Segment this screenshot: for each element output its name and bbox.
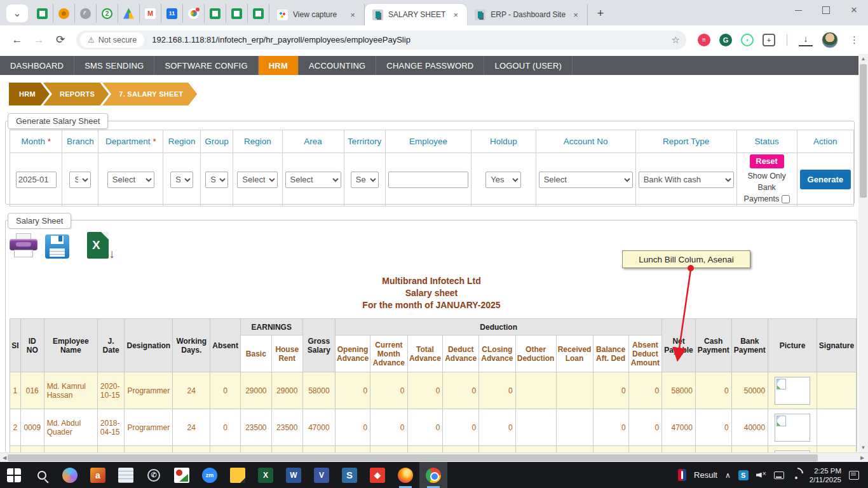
taskbar-avro-icon[interactable] — [84, 462, 112, 488]
pinned-tab-orange-app[interactable] — [53, 4, 75, 23]
taskbar-start-icon[interactable] — [0, 462, 28, 488]
taskbar-word-icon[interactable] — [280, 462, 308, 488]
scroll-right-arrow[interactable]: ▶ — [858, 453, 867, 462]
browser-tab-1[interactable]: SALARY SHEET — [365, 4, 467, 25]
account-no-select[interactable]: Select — [539, 172, 633, 188]
taskbar-visio-icon[interactable] — [308, 462, 336, 488]
pinned-tab-drive[interactable] — [118, 4, 140, 23]
terrirtory-select[interactable]: Select — [351, 172, 379, 188]
vertical-scrollbar[interactable]: ▲ ▼ — [858, 54, 868, 452]
taskbar-firefox-icon[interactable] — [391, 462, 419, 488]
gmail-icon — [145, 8, 156, 19]
volume-muted-icon[interactable] — [756, 471, 766, 480]
extension-icon-green[interactable] — [741, 34, 754, 46]
taskbar-copilot-icon[interactable] — [56, 462, 84, 488]
browser-tab-0[interactable]: View capture — [269, 4, 365, 25]
taskbar-chrome-icon[interactable] — [419, 462, 447, 488]
holdup-select[interactable]: Yes — [485, 172, 521, 188]
extension-icon-red[interactable] — [698, 34, 710, 46]
filter-cell: Select — [62, 153, 98, 207]
taskbar-notepad-icon[interactable] — [112, 462, 140, 488]
touch-keyboard-icon[interactable] — [774, 471, 784, 479]
pinned-tab-sheets[interactable] — [32, 4, 53, 23]
zoom-icon — [202, 468, 217, 483]
bookmark-star-icon[interactable] — [672, 34, 680, 46]
taskbar-zoom-icon[interactable] — [196, 462, 224, 488]
downloads-icon[interactable] — [799, 34, 813, 46]
scroll-up-arrow[interactable]: ▲ — [858, 54, 868, 64]
action-center-icon[interactable] — [849, 471, 859, 480]
maximize-button[interactable] — [812, 0, 840, 20]
department-select[interactable]: Select — [107, 172, 154, 188]
taskbar-photos-icon[interactable] — [168, 462, 196, 488]
show-only-bank-payments-checkbox[interactable] — [782, 195, 790, 203]
region-select[interactable]: Select — [170, 172, 193, 188]
pinned-tab-globe[interactable] — [75, 4, 97, 23]
reset-button[interactable]: Reset — [750, 154, 784, 168]
taskbar-whatsapp-icon[interactable] — [140, 462, 168, 488]
horizontal-scroll-thumb[interactable] — [8, 454, 818, 461]
back-button[interactable]: ← — [9, 30, 25, 50]
month-input[interactable] — [16, 172, 57, 188]
pinned-tab-sheets[interactable] — [226, 4, 248, 23]
area-select[interactable]: Select — [285, 172, 341, 188]
excel-export-icon[interactable] — [87, 232, 109, 259]
pinned-tab-sheets[interactable] — [205, 4, 226, 23]
clock[interactable]: 2:25 PM 2/11/2025 — [810, 466, 841, 484]
pinned-tab-badge-2[interactable] — [97, 4, 118, 23]
breadcrumb-0[interactable]: HRM — [9, 83, 50, 105]
close-window-button[interactable] — [840, 0, 868, 20]
menu-kebab-icon[interactable] — [847, 34, 862, 46]
tab-close-icon[interactable] — [451, 10, 461, 20]
nav-item-sms-sending[interactable]: SMS SENDING — [74, 56, 154, 75]
scroll-down-arrow[interactable]: ▼ — [858, 443, 868, 452]
print-icon[interactable] — [10, 233, 37, 260]
save-icon[interactable] — [45, 234, 69, 259]
pinned-tab-sheets[interactable] — [248, 4, 269, 23]
breadcrumb-2[interactable]: 7. SALARY SHEET — [102, 83, 197, 105]
new-tab-button[interactable] — [592, 4, 609, 22]
pinned-tab-calendar-11[interactable] — [161, 4, 183, 23]
browser-tab-2[interactable]: ERP - Dashboard Site — [467, 4, 588, 25]
address-bar[interactable]: Not secure 192.168.1.118:81/infotech_erp… — [76, 30, 686, 50]
tab-close-icon[interactable] — [348, 10, 358, 20]
report-type-select[interactable]: Bank With cash — [639, 172, 734, 188]
taskbar-search-icon[interactable] — [28, 462, 56, 488]
url-text[interactable]: 192.168.1.118:81/infotech_erp/hr_payroll… — [152, 35, 671, 44]
vertical-scroll-thumb[interactable] — [860, 64, 867, 198]
grammarly-icon[interactable] — [719, 34, 732, 46]
skype-tray-icon[interactable] — [738, 470, 749, 480]
wifi-icon[interactable] — [792, 471, 802, 479]
breadcrumb-1[interactable]: REPORTS — [43, 83, 109, 105]
news-widget-icon[interactable] — [678, 469, 686, 481]
taskbar-s-app-icon[interactable] — [336, 462, 363, 488]
taskbar-excel-icon[interactable] — [252, 462, 280, 488]
employee-input[interactable] — [388, 172, 468, 188]
nav-item-logout-user-[interactable]: LOGOUT (USER) — [484, 56, 573, 75]
tab-search-button[interactable] — [6, 4, 28, 22]
tab-close-icon[interactable] — [571, 10, 581, 20]
nav-item-software-config[interactable]: SOFTWARE CONFIG — [154, 56, 258, 75]
nav-item-dashboard[interactable]: DASHBOARD — [0, 56, 74, 75]
news-widget-label[interactable]: Result — [694, 470, 717, 480]
horizontal-scrollbar[interactable]: ◀ ▶ — [0, 452, 868, 462]
table-cell — [515, 372, 556, 409]
extensions-puzzle-icon[interactable] — [763, 34, 775, 46]
tray-expand-icon[interactable]: ∧ — [725, 471, 731, 480]
branch-select[interactable]: Select — [69, 172, 91, 188]
reload-button[interactable]: ⟳ — [52, 30, 69, 50]
generate-button[interactable]: Generate — [800, 170, 851, 189]
forward-button[interactable]: → — [31, 30, 47, 50]
group-select[interactable]: Select — [205, 172, 228, 188]
nav-item-change-password[interactable]: CHANGE PASSWORD — [376, 56, 484, 75]
minimize-button[interactable] — [784, 0, 812, 20]
profile-avatar[interactable] — [822, 32, 838, 48]
pinned-tab-swirl[interactable] — [183, 4, 205, 23]
taskbar-share-icon[interactable] — [363, 462, 391, 488]
nav-item-accounting[interactable]: ACCOUNTING — [299, 56, 376, 75]
region-select[interactable]: Select — [237, 172, 278, 188]
security-chip[interactable]: Not secure — [80, 32, 144, 48]
nav-item-hrm[interactable]: HRM — [259, 56, 299, 75]
pinned-tab-gmail[interactable] — [140, 4, 161, 23]
taskbar-notes-icon[interactable] — [224, 462, 252, 488]
